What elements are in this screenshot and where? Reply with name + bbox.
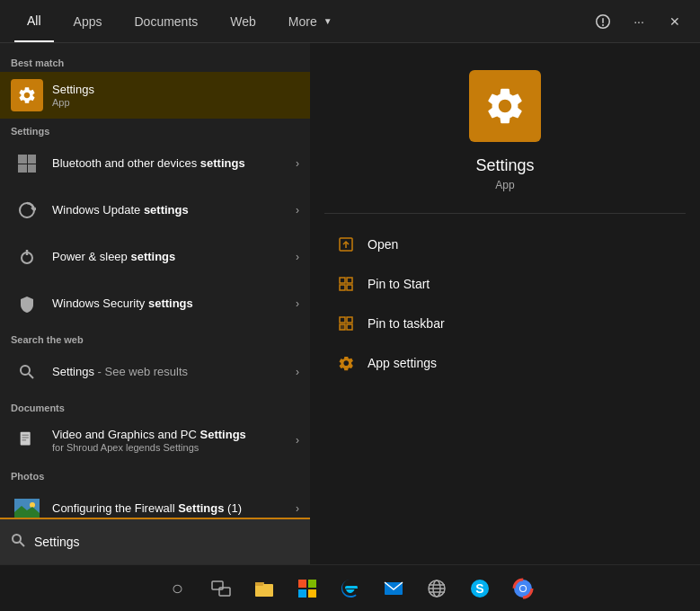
svg-point-49 xyxy=(520,586,526,591)
svg-rect-35 xyxy=(308,580,316,588)
power-icon xyxy=(13,244,40,270)
search-input[interactable] xyxy=(34,535,299,549)
bluetooth-settings-item[interactable]: Bluetooth and other devices settings › xyxy=(0,140,310,187)
window-controls: ··· ✕ xyxy=(592,11,686,32)
best-match-text: Settings App xyxy=(52,83,299,109)
power-icon-box xyxy=(11,241,43,273)
tabs: All Apps Documents Web More ▼ xyxy=(14,0,345,42)
svg-rect-8 xyxy=(22,435,29,436)
svg-point-17 xyxy=(13,535,21,543)
search-icon xyxy=(11,533,25,551)
content-area: Best match Settings App xyxy=(0,43,700,564)
svg-rect-28 xyxy=(347,324,352,330)
taskbar-edge-button[interactable] xyxy=(332,571,368,607)
document-item[interactable]: Video and Graphics and PC Settings for S… xyxy=(0,417,310,464)
windows-update-text-normal: Windows Update xyxy=(52,203,144,217)
bluetooth-text-bold: settings xyxy=(200,156,245,170)
document-icon xyxy=(13,427,40,454)
doc-subtitle: for Shroud Apex legends Settings xyxy=(52,442,288,453)
photo-text-bold-1: Settings xyxy=(178,501,224,515)
windows-security-text-bold: settings xyxy=(148,297,193,310)
web-search-chevron: › xyxy=(296,366,299,378)
svg-rect-27 xyxy=(340,324,345,330)
bluetooth-icon xyxy=(13,150,40,177)
web-search-icon-box xyxy=(11,356,43,388)
shield-icon xyxy=(13,290,40,317)
windows-security-settings-item[interactable]: Windows Security settings › xyxy=(0,280,310,327)
tab-documents[interactable]: Documents xyxy=(121,0,210,42)
action-list: Open Pin to Start xyxy=(310,225,700,383)
svg-rect-33 xyxy=(255,582,263,586)
open-action[interactable]: Open xyxy=(324,225,686,264)
bluetooth-text: Bluetooth and other devices settings xyxy=(52,156,288,172)
search-web-icon xyxy=(13,359,40,385)
document-text: Video and Graphics and PC Settings for S… xyxy=(52,428,288,454)
app-name-large: Settings xyxy=(475,156,534,175)
document-chevron: › xyxy=(296,434,299,447)
doc-text-bold: Settings xyxy=(200,428,246,441)
svg-rect-36 xyxy=(298,589,306,598)
windows-update-settings-item[interactable]: Windows Update settings › xyxy=(0,187,310,234)
start-menu: All Apps Documents Web More ▼ xyxy=(0,0,700,611)
taskbar-store-button[interactable] xyxy=(289,571,325,607)
web-search-text: Settings - See web results xyxy=(52,365,288,380)
pin-start-icon xyxy=(335,273,357,295)
pin-taskbar-action[interactable]: Pin to taskbar xyxy=(324,304,686,343)
more-options-button[interactable]: ··· xyxy=(628,11,650,32)
left-panel: Best match Settings App xyxy=(0,43,310,564)
app-settings-label: App settings xyxy=(368,356,437,370)
windows-update-icon xyxy=(13,197,40,224)
app-settings-action[interactable]: App settings xyxy=(324,343,686,383)
best-match-subtitle: App xyxy=(52,97,299,108)
app-icon-large xyxy=(469,70,541,142)
svg-rect-24 xyxy=(347,285,352,290)
taskbar-language-button[interactable] xyxy=(419,571,455,607)
settings-section-label: Settings xyxy=(0,119,310,140)
security-icon-box xyxy=(11,288,43,320)
windows-update-icon-box xyxy=(11,194,43,226)
pin-start-label: Pin to Start xyxy=(368,277,430,291)
search-web-label: Search the web xyxy=(0,327,310,349)
svg-rect-37 xyxy=(308,589,316,598)
pin-taskbar-label: Pin to taskbar xyxy=(368,316,445,331)
photos-label: Photos xyxy=(0,464,310,485)
windows-update-chevron: › xyxy=(296,204,299,217)
document-icon-box xyxy=(11,424,43,456)
best-match-item[interactable]: Settings App xyxy=(0,72,310,119)
photo-text-1: Configuring the Firewall Settings (1) xyxy=(52,501,288,517)
taskbar-mail-button[interactable] xyxy=(376,571,412,607)
svg-rect-7 xyxy=(21,432,31,446)
taskbar-search-button[interactable]: ○ xyxy=(160,571,196,607)
more-arrow-icon: ▼ xyxy=(323,16,332,26)
power-sleep-text-normal: Power & sleep xyxy=(52,250,130,263)
open-label: Open xyxy=(368,237,398,252)
feedback-button[interactable] xyxy=(592,11,614,32)
windows-update-text-bold: settings xyxy=(144,203,189,217)
app-settings-icon xyxy=(335,352,357,374)
windows-security-text-normal: Windows Security xyxy=(52,297,148,310)
power-sleep-text: Power & sleep settings xyxy=(52,250,288,265)
power-sleep-text-bold: settings xyxy=(130,250,175,263)
tab-more[interactable]: More ▼ xyxy=(276,0,345,42)
tab-apps[interactable]: Apps xyxy=(61,0,115,42)
svg-rect-26 xyxy=(347,317,352,323)
power-sleep-settings-item[interactable]: Power & sleep settings › xyxy=(0,234,310,280)
taskbar-chrome-button[interactable] xyxy=(505,571,541,607)
top-bar: All Apps Documents Web More ▼ xyxy=(0,0,700,43)
tab-web[interactable]: Web xyxy=(217,0,269,42)
power-sleep-chevron: › xyxy=(296,251,299,263)
svg-rect-23 xyxy=(340,285,345,290)
taskbar-skype-button[interactable]: S xyxy=(462,571,498,607)
pin-taskbar-icon xyxy=(335,313,357,334)
photo-item-1[interactable]: Configuring the Firewall Settings (1) › xyxy=(0,485,310,518)
taskbar-file-explorer-button[interactable] xyxy=(246,571,282,607)
best-match-label: Best match xyxy=(0,50,310,72)
app-type-large: App xyxy=(495,179,514,191)
doc-text-normal: Video and Graphics and PC xyxy=(52,428,200,441)
close-button[interactable]: ✕ xyxy=(664,11,686,32)
tab-all[interactable]: All xyxy=(14,0,54,42)
svg-rect-10 xyxy=(22,439,27,440)
web-search-item[interactable]: Settings - See web results › xyxy=(0,349,310,395)
pin-start-action[interactable]: Pin to Start xyxy=(324,264,686,304)
taskbar-task-view-button[interactable] xyxy=(203,571,239,607)
